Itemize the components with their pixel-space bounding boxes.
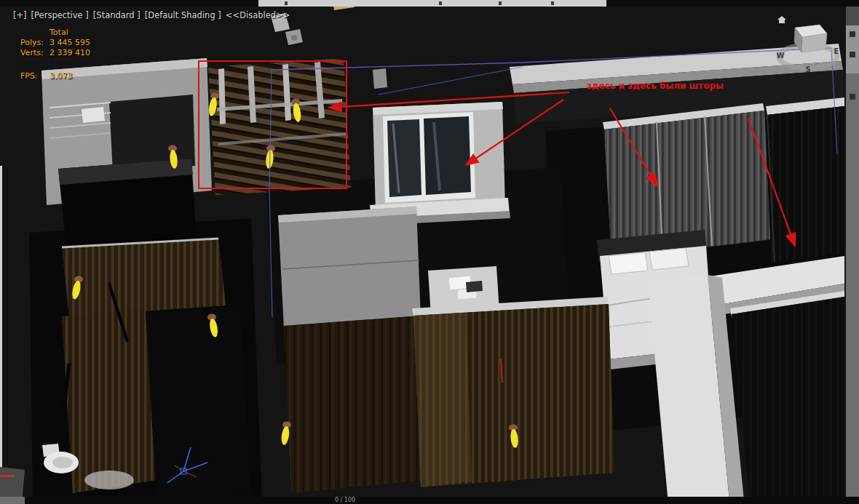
timeline-bar[interactable]: 0 / 100	[0, 497, 859, 504]
viewport-general-menu[interactable]: [+]	[13, 10, 27, 20]
viewcube-west-label[interactable]: W	[776, 52, 784, 60]
strip-mark	[551, 1, 554, 5]
dark-wardrobe-right[interactable]	[766, 97, 844, 262]
viewcube-home-roof	[777, 16, 786, 20]
red-edge-dash	[0, 475, 15, 477]
scene-canvas[interactable]	[0, 0, 859, 504]
window-top-strip	[0, 0, 859, 7]
dark-wardrobe-slats	[767, 106, 844, 262]
pillow	[609, 252, 648, 274]
viewport-disabled-flag: <<Disabled>>	[226, 10, 290, 20]
strip-mark	[499, 1, 502, 5]
pillow	[649, 248, 689, 270]
toolbar-icon[interactable]	[850, 52, 855, 57]
right-toolbar-strip[interactable]	[845, 7, 859, 497]
window-pane	[387, 119, 421, 197]
toilet-seat	[52, 457, 73, 468]
application-window: [+] [Perspective ] [Standard ] [Default …	[0, 0, 859, 504]
viewcube-south-label[interactable]: S	[805, 65, 810, 73]
window-pane	[424, 116, 471, 195]
clutter-object[interactable]	[291, 35, 297, 41]
toolbar-icon[interactable]	[850, 94, 855, 100]
rug[interactable]	[84, 471, 134, 489]
strip-mark	[439, 1, 442, 5]
corridor-slats	[208, 58, 351, 195]
stats-fps-row: FPS: 3,073	[20, 71, 90, 81]
stats-verts-value: 2 339 410	[50, 48, 90, 58]
viewcube-east-label[interactable]: E	[834, 47, 839, 55]
room-top-left[interactable]	[41, 58, 212, 255]
viewcube[interactable]: W E S	[775, 15, 842, 76]
stats-total-label: Total	[50, 28, 68, 38]
partition-light-section	[413, 313, 472, 487]
window-top-strip-highlight	[258, 0, 606, 7]
timeline-left-cap	[0, 497, 25, 504]
stats-verts-label: Verts:	[20, 48, 50, 58]
strip-mark	[285, 1, 288, 5]
toolbar-icon[interactable]	[850, 31, 855, 37]
stats-polys-value: 3 445 595	[50, 38, 90, 48]
frame-indicator: 0 / 100	[335, 497, 355, 504]
clutter-box[interactable]	[373, 68, 387, 89]
statistics-overlay: Total Polys: 3 445 595 Verts: 2 339 410 …	[20, 28, 90, 81]
stats-polys-label: Polys:	[20, 38, 50, 48]
cabinet-center[interactable]	[278, 207, 426, 493]
room-bottom-left[interactable]	[42, 239, 251, 502]
corridor-wood-beams[interactable]	[208, 58, 351, 195]
viewport-label: [+] [Perspective ] [Standard ] [Default …	[13, 10, 290, 20]
left-edge-wall-line	[0, 166, 2, 500]
stats-verts-row: Verts: 2 339 410	[20, 48, 90, 58]
small-table[interactable]	[82, 107, 105, 123]
lower-wardrobe-slats	[732, 297, 844, 504]
stats-polys-row: Polys: 3 445 595	[20, 38, 90, 48]
wood-partition[interactable]	[412, 297, 614, 487]
balcony-window[interactable]	[370, 102, 510, 225]
stats-fps-value: 3,073	[50, 71, 73, 81]
stats-total-row: Total	[20, 28, 90, 38]
slat-wall-upper-stripes	[62, 239, 226, 316]
stats-fps-label: FPS:	[20, 71, 50, 81]
tablet-object	[466, 281, 483, 292]
right-toolbar-cap	[846, 7, 859, 25]
viewport-shading-menu[interactable]: [Default Shading ]	[145, 10, 221, 20]
cabinet-wood-grain	[284, 316, 426, 493]
viewport-render-preset-menu[interactable]: [Standard ]	[93, 10, 140, 20]
viewport-pov-menu[interactable]: [Perspective ]	[31, 10, 89, 20]
room-interior-floor	[146, 305, 251, 502]
annotation-text: здесь и здесь были шторы	[587, 81, 724, 91]
